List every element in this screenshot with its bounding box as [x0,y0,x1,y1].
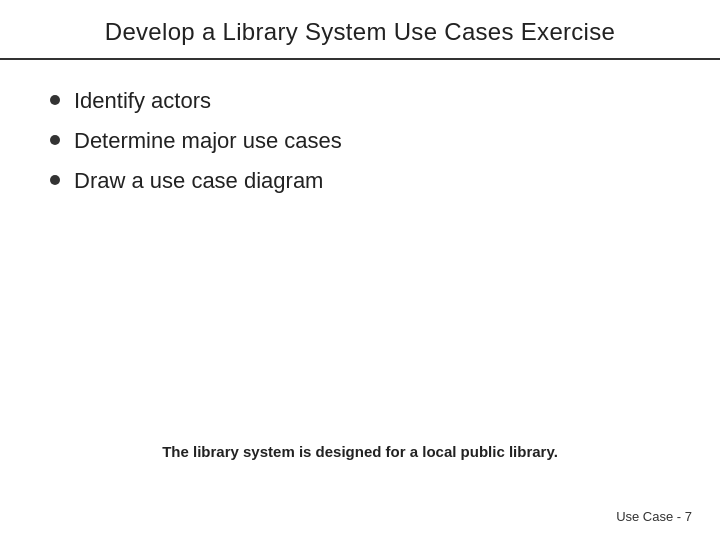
list-item: Draw a use case diagram [50,168,680,194]
bullet-dot [50,95,60,105]
bullet-text-2: Determine major use cases [74,128,342,154]
bullet-text-1: Identify actors [74,88,211,114]
bullet-list: Identify actors Determine major use case… [50,88,680,194]
description-section: The library system is designed for a loc… [0,443,720,460]
list-item: Identify actors [50,88,680,114]
title-section: Develop a Library System Use Cases Exerc… [0,0,720,60]
description-text: The library system is designed for a loc… [60,443,660,460]
bullet-text-3: Draw a use case diagram [74,168,323,194]
list-item: Determine major use cases [50,128,680,154]
slide-number: Use Case - 7 [616,509,692,524]
bullet-dot [50,135,60,145]
content-section: Identify actors Determine major use case… [0,60,720,194]
slide-title: Develop a Library System Use Cases Exerc… [40,18,680,46]
bullet-dot [50,175,60,185]
slide-container: Develop a Library System Use Cases Exerc… [0,0,720,540]
